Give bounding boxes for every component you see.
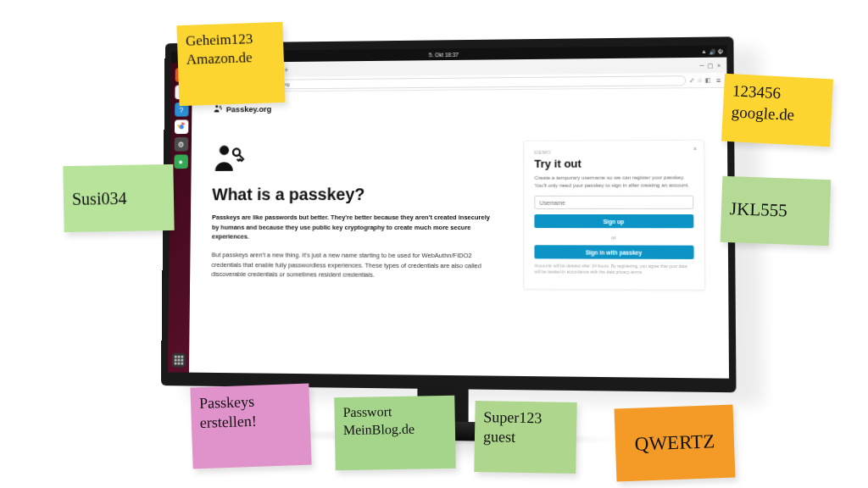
window-close-icon[interactable]: ×	[717, 63, 721, 69]
sticky-note-susi: Susi034	[63, 164, 174, 232]
demo-tag: DEMO	[534, 149, 693, 155]
window-maximize-icon[interactable]: ▢	[708, 63, 714, 69]
os-status-area[interactable]: ▲ 🔊 ⏻	[701, 48, 723, 54]
person-key-icon	[213, 104, 223, 114]
hero-paragraph-2: But passkeys aren't a new thing. It's ju…	[211, 250, 498, 280]
hero-paragraph-1: Passkeys are like passwords but better. …	[212, 213, 498, 242]
signup-button[interactable]: Sign up	[534, 214, 693, 228]
hero-icon	[213, 141, 246, 175]
sticky-note-qwertz: QWERTZ	[615, 405, 736, 482]
demo-title: Try it out	[534, 157, 693, 170]
os-clock: 5. Okt 18:37	[429, 51, 459, 57]
demo-card: × DEMO Try it out Create a temporary use…	[523, 140, 705, 291]
reader-icon[interactable]: ⤢	[689, 77, 694, 84]
settings-icon[interactable]: ⚙	[174, 137, 188, 152]
sticky-note-passkeys: Passkeys erstellen!	[190, 384, 311, 469]
username-input[interactable]	[534, 196, 693, 209]
signin-passkey-button[interactable]: Sign in with passkey	[534, 246, 693, 260]
page-content: Passkey.org What is a passkey? Passkey	[189, 88, 729, 379]
svg-point-4	[220, 146, 229, 155]
app-icon[interactable]: ●	[174, 154, 188, 169]
demo-desc: Create a temporary username so we can re…	[534, 174, 693, 189]
bookmark-icon[interactable]: ☆	[697, 77, 702, 84]
window-minimize-icon[interactable]: ─	[699, 63, 704, 69]
demo-close-icon[interactable]: ×	[693, 146, 697, 152]
demo-or: or	[534, 236, 693, 241]
svg-point-2	[215, 105, 218, 108]
network-icon: ▲	[701, 49, 706, 54]
power-icon: ⏻	[718, 49, 723, 54]
sticky-note-jkl: JKL555	[721, 176, 832, 246]
sticky-note-blog: Passwort MeinBlog.de	[334, 396, 455, 470]
site-brand-text: Passkey.org	[226, 104, 272, 114]
chrome-icon[interactable]	[174, 119, 187, 134]
sticky-note-google: 123456 google.de	[721, 74, 833, 147]
extension-icon[interactable]: ◧	[704, 76, 710, 83]
menu-button[interactable]: ≡	[715, 75, 723, 84]
demo-legal: Accounts will be deleted after 24 hours.…	[534, 263, 693, 275]
hero-main: What is a passkey? Passkeys are like pas…	[211, 141, 498, 289]
hero-heading: What is a passkey?	[212, 185, 498, 204]
site-brand[interactable]: Passkey.org	[213, 100, 704, 114]
sticky-note-guest: Super123 guest	[474, 401, 576, 474]
firefox-window: 🔑 What is a passkey? | Pas… × + ─ ▢ × ← …	[189, 58, 729, 379]
sticky-note-amazon: Geheim123 Amazon.de	[176, 22, 285, 106]
address-bar[interactable]: 🔒 https://passkey.org	[236, 75, 686, 90]
volume-icon: 🔊	[709, 48, 715, 54]
app-grid-icon[interactable]	[171, 353, 186, 368]
